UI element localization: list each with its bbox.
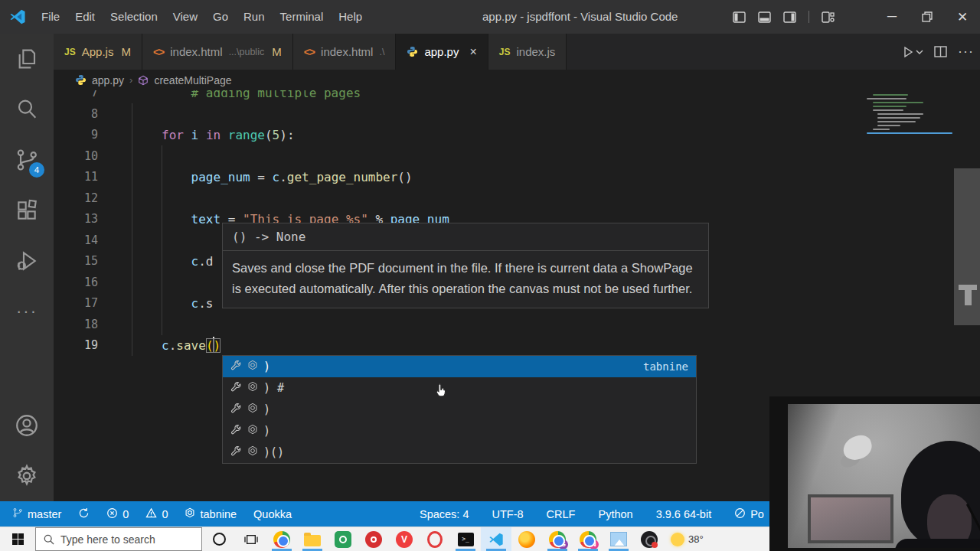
line-number: 9 <box>54 125 98 146</box>
taskbar-app-firefox[interactable] <box>511 527 542 551</box>
menu-edit[interactable]: Edit <box>67 0 103 34</box>
status-sync[interactable] <box>78 507 90 521</box>
menu-view[interactable]: View <box>165 0 205 34</box>
suggestion-label: ) <box>263 403 270 416</box>
taskbar-app-file-explorer[interactable] <box>297 527 328 551</box>
more-actions-icon[interactable]: ··· <box>958 44 974 60</box>
close-tab-icon[interactable]: × <box>469 45 476 59</box>
breadcrumb-symbol[interactable]: createMultiPage <box>154 74 231 86</box>
tab-index.js[interactable]: JSindex.js <box>488 34 567 70</box>
more-actions-icon[interactable]: ··· <box>0 286 54 337</box>
taskbar-app-media-app[interactable] <box>358 527 389 551</box>
taskbar-app-vivaldi[interactable]: V <box>389 527 420 551</box>
code-line-19[interactable]: 19c.save() <box>54 335 896 357</box>
taskbar-app-terminal[interactable]: >_ <box>450 527 481 551</box>
toggle-secondary-sidebar-icon[interactable] <box>783 11 796 23</box>
toggle-sidebar-icon[interactable] <box>733 11 746 23</box>
account-icon[interactable] <box>0 400 54 451</box>
status-warnings[interactable]: 0 <box>145 507 168 521</box>
status-interpreter[interactable]: 3.9.6 64-bit <box>656 508 712 520</box>
sidebar-item-search[interactable] <box>0 84 54 135</box>
suggestion-item[interactable]: ) <box>223 420 696 442</box>
suggestion-item[interactable]: ) # <box>223 377 696 399</box>
cortana-icon <box>213 533 226 546</box>
suggestion-item[interactable]: ) <box>223 399 696 420</box>
tab-app.py[interactable]: app.py× <box>396 34 488 70</box>
status-label: Po <box>750 508 764 520</box>
mouse-cursor <box>433 381 450 401</box>
taskbar-app-vscode[interactable] <box>481 527 511 551</box>
run-python-button[interactable] <box>902 46 923 58</box>
taskbar-app-chrome-profile-g[interactable]: G <box>542 527 573 551</box>
menu-help[interactable]: Help <box>331 0 370 34</box>
layout-controls <box>733 0 835 34</box>
breadcrumb-file[interactable]: app.py <box>92 74 124 86</box>
tab-bar: JSApp.jsM<>index.html...\publicM<>index.… <box>54 34 980 70</box>
taskbar-weather[interactable]: 38° <box>665 527 710 551</box>
suggestion-label: ) # <box>263 381 284 395</box>
status-port[interactable]: Po <box>734 507 764 521</box>
editor-actions: ··· <box>902 34 974 70</box>
vivaldi-icon: V <box>396 531 413 548</box>
taskbar-search-input[interactable]: Type here to search <box>35 527 202 551</box>
status-language[interactable]: Python <box>598 508 632 520</box>
editor-scrollbar[interactable] <box>954 168 980 325</box>
close-button[interactable]: ✕ <box>945 0 980 34</box>
cortana-button[interactable] <box>202 527 236 551</box>
code-line-8[interactable]: 8 <box>54 104 896 126</box>
sidebar-item-explorer[interactable] <box>0 34 54 84</box>
token: .d <box>198 254 213 269</box>
blocked-icon <box>734 507 746 521</box>
status-quokka[interactable]: Quokka <box>253 508 292 520</box>
settings-gear-icon[interactable] <box>0 451 54 501</box>
code-line-9[interactable]: 9for i in range(5): <box>54 125 896 146</box>
status-tabnine[interactable]: tabnine <box>185 507 237 520</box>
git-modified-badge: M <box>121 45 131 58</box>
minimap[interactable] <box>867 94 957 240</box>
status-label: 0 <box>162 508 168 520</box>
scrollbar-grip[interactable] <box>959 285 977 305</box>
sidebar-item-source-control[interactable]: 4 <box>0 135 54 185</box>
status-git-branch[interactable]: master <box>12 507 61 520</box>
code-line-12[interactable]: 12 <box>54 188 896 210</box>
restore-button[interactable] <box>910 0 945 34</box>
minimize-button[interactable]: ─ <box>874 0 910 34</box>
menu-selection[interactable]: Selection <box>103 0 165 34</box>
suggestion-item[interactable]: )tabnine <box>223 356 696 377</box>
status-errors[interactable]: 0 <box>106 507 129 521</box>
customize-layout-icon[interactable] <box>822 11 835 23</box>
taskbar-app-chrome[interactable] <box>266 527 297 551</box>
media-app-icon <box>365 531 382 548</box>
activity-bar: 4 ··· <box>0 34 54 501</box>
suggestion-source: tabnine <box>643 360 688 373</box>
taskbar-app-obs[interactable] <box>634 527 665 551</box>
tab-index.html[interactable]: <>index.html.\ <box>293 34 397 70</box>
task-view-button[interactable] <box>236 527 266 551</box>
firefox-icon <box>518 531 535 548</box>
status-encoding[interactable]: UTF-8 <box>492 508 524 520</box>
sidebar-item-extensions[interactable] <box>0 185 54 236</box>
menu-run[interactable]: Run <box>236 0 273 34</box>
suggestion-item[interactable]: )() <box>223 442 696 463</box>
taskbar-app-photos[interactable] <box>603 527 634 551</box>
start-button[interactable] <box>0 527 35 551</box>
tab-index.html[interactable]: <>index.html...\publicM <box>142 34 293 70</box>
taskbar-app-screen-recorder[interactable] <box>328 527 358 551</box>
wrench-icon <box>230 445 242 460</box>
tab-app.js[interactable]: JSApp.jsM <box>54 34 142 70</box>
menu-terminal[interactable]: Terminal <box>273 0 332 34</box>
code-line-7[interactable]: 7# adding multiple pages <box>54 90 896 104</box>
status-eol[interactable]: CRLF <box>547 508 576 520</box>
status-indentation[interactable]: Spaces: 4 <box>420 508 469 520</box>
code-line-18[interactable]: 18 <box>54 315 896 336</box>
taskbar-app-chrome-profile-n[interactable]: N <box>573 527 603 551</box>
sidebar-item-run-debug[interactable] <box>0 236 54 286</box>
line-number: 13 <box>54 209 98 230</box>
taskbar-app-opera[interactable] <box>420 527 450 551</box>
code-line-10[interactable]: 10 <box>54 146 896 168</box>
split-editor-icon[interactable] <box>934 46 947 57</box>
menu-go[interactable]: Go <box>205 0 236 34</box>
toggle-panel-icon[interactable] <box>758 11 771 23</box>
menu-file[interactable]: File <box>34 0 67 34</box>
code-line-11[interactable]: 11page_num = c.get_page_number() <box>54 167 896 188</box>
